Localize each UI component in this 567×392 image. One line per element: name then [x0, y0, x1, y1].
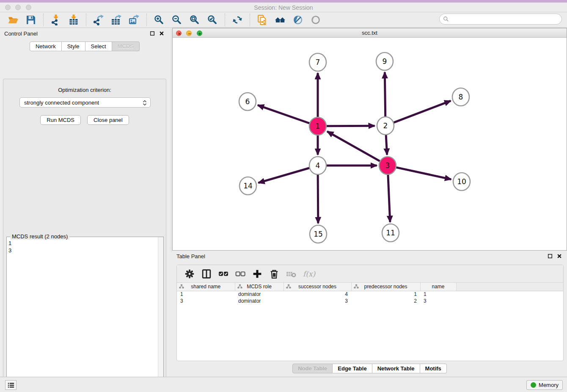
hide-details-icon[interactable]	[292, 14, 304, 26]
tab-select[interactable]: Select	[85, 41, 112, 51]
close-panel-button[interactable]: Close panel	[87, 115, 129, 125]
svg-text:7: 7	[316, 58, 320, 66]
tab-edge-table[interactable]: Edge Table	[333, 364, 372, 373]
table-cell[interactable]: 3	[420, 298, 456, 304]
table-row[interactable]: 3dominator323	[177, 298, 563, 304]
control-panel: Control Panel NetworkStyleSelectMCDS Opt…	[0, 28, 169, 375]
mcds-result-title: MCDS result (2 nodes)	[10, 233, 69, 240]
graph-node-1[interactable]: 1	[309, 117, 326, 135]
svg-text:8: 8	[459, 93, 463, 101]
search-input[interactable]	[451, 16, 561, 22]
graph-node-10[interactable]: 10	[453, 173, 470, 190]
graph-node-6[interactable]: 6	[239, 93, 256, 110]
toolbar-separator	[146, 14, 147, 26]
table-cell-filler	[456, 291, 563, 298]
zoom-out-icon[interactable]	[171, 14, 183, 26]
graph-edge-3-11[interactable]	[388, 174, 390, 222]
svg-text:6: 6	[245, 97, 250, 106]
search-field[interactable]	[439, 14, 562, 25]
gear-icon[interactable]	[183, 268, 196, 280]
import-table-icon[interactable]	[67, 14, 80, 26]
graph-node-14[interactable]: 14	[239, 177, 256, 195]
table-cell[interactable]: dominator	[235, 298, 284, 304]
graph-edge-2-8[interactable]	[394, 101, 451, 123]
save-icon[interactable]	[25, 14, 37, 26]
network-graph[interactable]: 7968124314101511	[173, 38, 567, 250]
zoom-in-icon[interactable]	[153, 14, 165, 26]
delete-icon[interactable]	[268, 268, 281, 280]
graph-edge-3-1[interactable]	[327, 132, 380, 161]
zoom-selected-icon[interactable]	[206, 14, 219, 26]
open-folder-icon[interactable]	[7, 14, 19, 26]
column-header-predecessor-nodes[interactable]: predecessor nodes	[351, 283, 420, 291]
column-header-successor-nodes[interactable]: successor nodes	[284, 283, 351, 291]
zoom-fit-icon[interactable]	[188, 14, 201, 26]
graph-node-2[interactable]: 2	[377, 117, 394, 135]
tab-style[interactable]: Style	[62, 41, 85, 51]
network-canvas[interactable]: 7968124314101511	[173, 38, 567, 250]
graph-node-9[interactable]: 9	[376, 52, 393, 70]
network-window-title: scc.txt	[173, 30, 567, 36]
select-all-icon[interactable]	[217, 268, 230, 280]
graph-node-4[interactable]: 4	[309, 157, 326, 174]
tab-network-table[interactable]: Network Table	[372, 364, 420, 373]
table-cell[interactable]: 1	[177, 291, 235, 298]
table-row[interactable]: 1dominator411	[177, 291, 563, 298]
tab-motifs[interactable]: Motifs	[420, 364, 447, 373]
table-cell[interactable]: 3	[284, 298, 351, 304]
deselect-all-icon[interactable]	[234, 268, 247, 280]
table-panel-header: Table Panel	[172, 251, 567, 262]
eye-disabled-icon[interactable]	[309, 14, 322, 26]
table-cell[interactable]: 4	[284, 291, 351, 298]
float-table-panel-icon[interactable]	[547, 253, 553, 259]
graph-edge-4-14[interactable]	[258, 168, 309, 183]
graph-edge-4-15[interactable]	[318, 174, 318, 223]
column-header-name[interactable]: name	[420, 283, 456, 291]
mcds-result-scrollbar[interactable]	[158, 237, 163, 392]
status-bar: Memory	[0, 377, 567, 392]
table-cell[interactable]: 2	[351, 298, 420, 304]
home-icon[interactable]	[274, 14, 286, 26]
graph-node-11[interactable]: 11	[382, 224, 399, 242]
float-panel-icon[interactable]	[149, 30, 156, 37]
svg-text:4: 4	[316, 161, 320, 170]
tab-network[interactable]: Network	[30, 41, 62, 51]
column-header-MCDS-role[interactable]: MCDS role	[235, 283, 284, 291]
clone-network-icon[interactable]	[256, 14, 269, 26]
refresh-icon[interactable]	[231, 14, 244, 26]
table-cell[interactable]: dominator	[235, 291, 284, 298]
graph-edge-1-2[interactable]	[326, 126, 374, 126]
table-cell[interactable]: 1	[420, 291, 456, 298]
add-icon[interactable]	[251, 268, 264, 280]
svg-text:2: 2	[383, 121, 388, 130]
table-cell[interactable]: 1	[351, 291, 420, 298]
task-history-button[interactable]	[5, 380, 17, 390]
tab-node-table[interactable]: Node Table	[292, 364, 333, 373]
table-panel: Table Panel f(x) shared nameMCDS rolesuc…	[172, 251, 567, 377]
graph-edge-3-10[interactable]	[396, 167, 451, 179]
graph-node-15[interactable]: 15	[310, 225, 327, 243]
close-panel-icon[interactable]	[158, 30, 165, 37]
export-network-icon[interactable]	[92, 14, 105, 26]
run-mcds-button[interactable]: Run MCDS	[40, 115, 81, 125]
memory-button[interactable]: Memory	[526, 380, 563, 390]
export-table-icon[interactable]	[110, 14, 123, 26]
svg-text:1: 1	[316, 122, 320, 130]
graph-node-8[interactable]: 8	[452, 88, 469, 106]
graph-edge-2-3[interactable]	[386, 134, 387, 155]
table-cell[interactable]: 3	[177, 298, 235, 304]
graph-node-3[interactable]: 3	[379, 157, 396, 174]
columns-icon[interactable]	[200, 268, 213, 280]
import-network-icon[interactable]	[50, 14, 62, 26]
criterion-select[interactable]: strongly connected component	[19, 97, 151, 108]
export-image-icon[interactable]	[128, 14, 140, 26]
network-view-window: scc.txt 7968124314101511	[172, 28, 567, 251]
node-table[interactable]: shared nameMCDS rolesuccessor nodesprede…	[177, 283, 563, 304]
graph-edge-2-9[interactable]	[385, 72, 385, 117]
graph-node-7[interactable]: 7	[309, 53, 326, 71]
close-table-panel-icon[interactable]	[556, 253, 563, 259]
graph-edge-1-6[interactable]	[258, 105, 310, 123]
toolbar-separator	[43, 14, 44, 26]
tab-mcds[interactable]: MCDS	[112, 41, 140, 51]
column-header-shared-name[interactable]: shared name	[177, 283, 235, 291]
